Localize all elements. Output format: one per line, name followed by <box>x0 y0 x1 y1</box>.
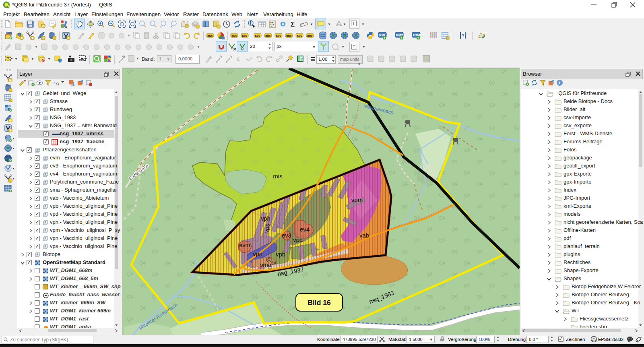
svg-text:Σ: Σ <box>291 21 295 28</box>
svg-text:vab: vab <box>359 232 369 239</box>
svg-text:vpb: vpb <box>276 251 285 258</box>
svg-text:abc: abc <box>207 34 213 37</box>
svg-text:?: ? <box>301 57 303 61</box>
svg-text:Rund: Rund <box>256 265 265 270</box>
svg-text:ev4: ev4 <box>300 226 310 233</box>
svg-text:abc: abc <box>255 34 260 37</box>
svg-text:vpm: vpm <box>351 196 363 203</box>
svg-text:i: i <box>559 81 560 85</box>
svg-text:T: T <box>352 21 355 26</box>
svg-text:vph: vph <box>261 215 270 222</box>
svg-text:vpn: vpn <box>253 250 262 257</box>
svg-text:?: ? <box>462 33 464 38</box>
svg-text:abc: abc <box>265 34 271 37</box>
svg-text:ev3: ev3 <box>282 232 291 239</box>
svg-text:mis: mis <box>273 173 282 180</box>
svg-text:Bild 16: Bild 16 <box>308 299 331 307</box>
svg-text:ε: ε <box>54 81 56 85</box>
svg-text:abc: abc <box>242 34 248 37</box>
svg-text:T: T <box>353 45 355 49</box>
svg-text:abc: abc <box>276 34 281 37</box>
svg-text:abc: abc <box>231 34 237 37</box>
svg-text:abc: abc <box>286 34 292 37</box>
svg-text:abc: abc <box>307 34 313 37</box>
svg-text:abc: abc <box>297 34 302 37</box>
svg-text:vpd: vpd <box>293 236 303 243</box>
svg-text:evm: evm <box>239 242 250 248</box>
svg-text:a: a <box>65 25 67 29</box>
svg-text:i: i <box>250 21 251 25</box>
svg-text:ε: ε <box>237 56 240 62</box>
